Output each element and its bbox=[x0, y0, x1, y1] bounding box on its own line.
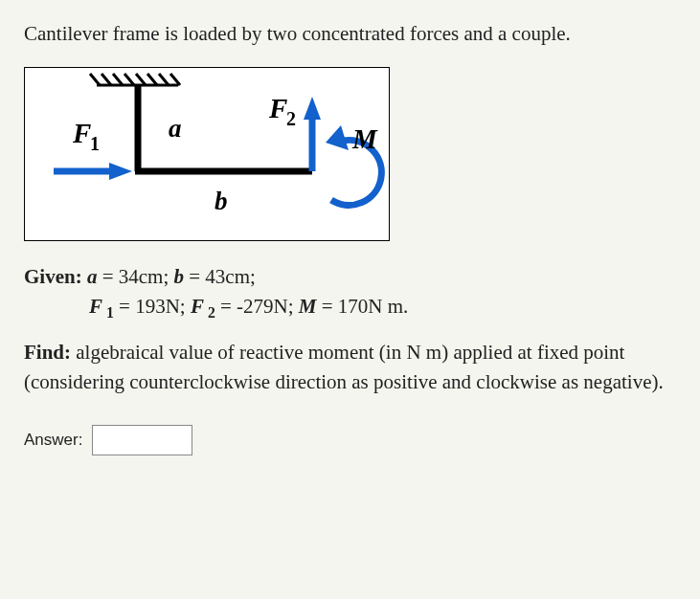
given-f1-var: F bbox=[89, 295, 102, 318]
given-b-val: = 43cm; bbox=[184, 265, 256, 288]
given-a-var: a bbox=[87, 265, 98, 288]
given-f2-val: = -279N; bbox=[215, 295, 299, 318]
given-f1-val: = 193N; bbox=[114, 295, 191, 318]
svg-line-3 bbox=[113, 74, 123, 85]
given-line2: F 1 = 193N; F 2 = -279N; M = 170N m. bbox=[24, 292, 676, 324]
svg-text:1: 1 bbox=[90, 133, 100, 154]
diagram-svg: F 1 a F 2 M b bbox=[25, 68, 389, 240]
given-m-var: M bbox=[299, 295, 317, 318]
given-m-val: = 170N m. bbox=[317, 295, 409, 318]
answer-row: Answer: bbox=[24, 425, 676, 455]
given-f2-sub: 2 bbox=[204, 304, 215, 321]
frame-diagram: F 1 a F 2 M b bbox=[24, 67, 390, 241]
svg-text:a: a bbox=[169, 114, 182, 143]
svg-text:2: 2 bbox=[286, 108, 296, 129]
given-label: Given: bbox=[24, 265, 82, 288]
svg-marker-12 bbox=[109, 163, 132, 180]
svg-line-2 bbox=[102, 74, 111, 85]
svg-text:F: F bbox=[72, 118, 91, 148]
answer-label: Answer: bbox=[24, 428, 82, 453]
answer-input[interactable] bbox=[92, 425, 192, 455]
given-b-var: b bbox=[174, 265, 185, 288]
given-a-val: = 34cm; bbox=[97, 265, 173, 288]
find-section: Find: algebraical value of reactive mome… bbox=[24, 338, 676, 398]
svg-line-5 bbox=[136, 74, 146, 85]
svg-text:M: M bbox=[351, 123, 378, 154]
given-f2-var: F bbox=[191, 295, 204, 318]
svg-text:F: F bbox=[268, 93, 287, 123]
svg-line-1 bbox=[90, 74, 100, 85]
intro-text: Cantilever frame is loaded by two concen… bbox=[24, 22, 571, 45]
svg-line-6 bbox=[147, 74, 157, 85]
find-label: Find: bbox=[24, 341, 71, 364]
find-text: algebraical value of reactive moment (in… bbox=[24, 341, 664, 394]
svg-line-7 bbox=[159, 74, 169, 85]
given-f1-sub: 1 bbox=[102, 304, 114, 321]
given-section: Given: a = 34cm; b = 43cm; F 1 = 193N; F… bbox=[24, 262, 676, 324]
svg-line-4 bbox=[124, 74, 134, 85]
problem-intro: Cantilever frame is loaded by two concen… bbox=[24, 19, 676, 50]
svg-marker-14 bbox=[304, 97, 321, 120]
svg-text:b: b bbox=[215, 187, 228, 215]
svg-line-8 bbox=[170, 74, 180, 85]
